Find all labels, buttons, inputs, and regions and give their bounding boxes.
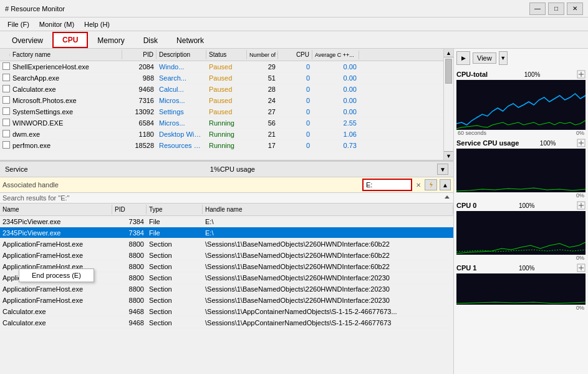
cpu-table-scrollbar[interactable]: ▲ ▼	[443, 49, 453, 160]
th-cpu[interactable]: CPU	[278, 50, 312, 59]
row-pid: 2084	[122, 62, 157, 71]
result-name: ApplicationFrameHost.exe	[0, 251, 112, 260]
th-desc[interactable]: Description	[157, 50, 206, 59]
svg-rect-17	[456, 273, 586, 305]
row-threads: 21	[247, 130, 278, 139]
table-row[interactable]: ShellExperienceHost.exe 2084 Windo... Pa…	[0, 61, 443, 72]
th-status[interactable]: Status	[206, 50, 247, 59]
rth-handle[interactable]: Handle name	[203, 205, 453, 214]
view-button[interactable]: View	[473, 52, 496, 64]
cpu0-expand-icon[interactable]	[577, 201, 586, 210]
result-handle: \Sessions\1\BaseNamedObjects\2260HWNDInt…	[203, 262, 453, 271]
row-cpu: 0	[278, 62, 312, 71]
menu-monitor[interactable]: Monitor (M)	[34, 19, 79, 29]
tab-disk[interactable]: Disk	[134, 33, 167, 48]
cpu1-expand-icon[interactable]	[577, 263, 586, 272]
table-row[interactable]: dwm.exe 1180 Desktop Windo... Running 21…	[0, 129, 443, 140]
th-avg[interactable]: Average C ++...	[312, 51, 359, 59]
tab-network[interactable]: Network	[167, 33, 213, 48]
search-input[interactable]	[362, 179, 412, 191]
row-pid: 9468	[122, 85, 157, 94]
table-row[interactable]: SearchApp.exe 988 Search... Paused 51 0 …	[0, 72, 443, 84]
result-row[interactable]: Calculator.exe 9468 Section \Sessions\1\…	[0, 317, 453, 328]
rth-name[interactable]: Name	[0, 205, 112, 214]
search-collapse-btn[interactable]: ▲	[440, 179, 451, 190]
maximize-button[interactable]: □	[548, 2, 564, 15]
tabbar: Overview CPU Memory Disk Network	[0, 31, 588, 49]
minimize-button[interactable]: —	[529, 2, 546, 15]
row-pid: 18528	[122, 141, 157, 150]
search-clear-btn[interactable]: ✕	[413, 180, 423, 190]
tab-cpu[interactable]: CPU	[52, 32, 88, 48]
play-button[interactable]: ▶	[456, 51, 470, 65]
context-menu: End process (E)	[19, 268, 94, 282]
table-row[interactable]: Microsoft.Photos.exe 7316 Micros... Paus…	[0, 95, 443, 106]
result-row[interactable]: ApplicationFrameHost.exe 8800 Section \S…	[0, 295, 453, 306]
result-row[interactable]: Calculator.exe 9468 Section \Sessions\1\…	[0, 306, 453, 317]
result-name: 2345PicViewer.exe	[0, 229, 112, 237]
row-factory: SystemSettings.exe	[10, 107, 122, 116]
table-row[interactable]: SystemSettings.exe 13092 Settings Paused…	[0, 106, 443, 117]
result-row[interactable]: 2345PicViewer.exe 7384 File E:\	[0, 227, 453, 239]
close-button[interactable]: ✕	[567, 2, 583, 15]
result-pid: 8800	[112, 273, 147, 282]
row-checkbox[interactable]	[0, 73, 10, 83]
search-go-btn[interactable]	[425, 179, 437, 190]
menu-help[interactable]: Help (H)	[79, 19, 115, 29]
table-row[interactable]: Calculator.exe 9468 Calcul... Paused 28 …	[0, 84, 443, 95]
cpu-total-expand-icon[interactable]	[577, 70, 586, 79]
menubar: File (F) Monitor (M) Help (H)	[0, 17, 588, 31]
result-row[interactable]: ApplicationFrameHost.exe 8800 Section \S…	[0, 250, 453, 261]
cpu1-graph	[456, 273, 586, 305]
th-threads[interactable]: Number of threads	[247, 51, 278, 59]
result-name: Calculator.exe	[0, 318, 112, 327]
scroll-track[interactable]	[444, 85, 453, 151]
service-section-header[interactable]: Service 1%CPU usage ▼	[0, 161, 453, 177]
service-cpu-expand-icon[interactable]	[577, 139, 586, 147]
row-status: Paused	[206, 62, 247, 71]
table-row[interactable]: perfmon.exe 18528 Resources and resourc.…	[0, 140, 443, 151]
table-row[interactable]: WINWORD.EXE 6584 Micros... Running 56 0 …	[0, 117, 443, 129]
result-row[interactable]: ApplicationFrameHost.exe 8800 Section \S…	[0, 239, 453, 250]
associated-handle-bar: Associated handle ✕ ▲	[0, 177, 453, 193]
row-checkbox[interactable]	[0, 107, 10, 117]
cpu-table-content: Factory name PID Description Status Numb…	[0, 49, 443, 160]
service-cpu-bottom-pct: 0%	[576, 192, 584, 199]
row-cpu: 0	[278, 130, 312, 139]
result-handle: \Sessions\1\BaseNamedObjects\2260HWNDInt…	[203, 273, 453, 282]
row-checkbox[interactable]	[0, 84, 10, 94]
row-checkbox[interactable]	[0, 140, 10, 150]
scroll-down-arrow[interactable]: ▼	[444, 151, 453, 160]
lightning-icon	[427, 181, 435, 189]
view-dropdown-btn[interactable]: ▼	[499, 51, 508, 65]
rth-type[interactable]: Type	[147, 205, 203, 214]
context-end-process[interactable]: End process (E)	[19, 269, 94, 282]
th-pid[interactable]: PID	[122, 50, 157, 59]
cpu-total-graph	[456, 80, 586, 130]
cpu0-label: CPU 0	[456, 202, 476, 209]
result-pid: 9468	[112, 307, 147, 316]
associated-handle-label: Associated handle	[2, 181, 362, 189]
row-checkbox[interactable]	[0, 118, 10, 128]
sort-indicator	[443, 194, 451, 202]
th-factory[interactable]: Factory name	[10, 50, 122, 59]
cpu1-bottom-pct: 0%	[576, 305, 584, 311]
row-threads: 28	[247, 85, 278, 94]
row-desc: Settings	[157, 107, 206, 116]
result-pid: 8800	[112, 262, 147, 271]
tab-overview[interactable]: Overview	[2, 33, 52, 48]
row-checkbox[interactable]	[0, 96, 10, 106]
row-checkbox[interactable]	[0, 62, 10, 72]
cpu-total-graph-container: CPU-total 100% 60 seconds 0%	[456, 70, 586, 136]
rth-pid[interactable]: PID	[112, 205, 147, 214]
result-row[interactable]: 2345PicViewer.exe 7384 File E:\	[0, 216, 453, 227]
result-pid: 9468	[112, 318, 147, 327]
scrollbar-thumb[interactable]	[445, 59, 452, 84]
row-factory: dwm.exe	[10, 130, 122, 139]
service-collapse-btn[interactable]: ▼	[437, 164, 448, 175]
menu-file[interactable]: File (F)	[2, 19, 34, 29]
result-row[interactable]: ApplicationFrameHost.exe 8800 Section \S…	[0, 283, 453, 295]
row-checkbox[interactable]	[0, 129, 10, 139]
scroll-up-arrow[interactable]: ▲	[444, 49, 453, 57]
tab-memory[interactable]: Memory	[88, 33, 133, 48]
